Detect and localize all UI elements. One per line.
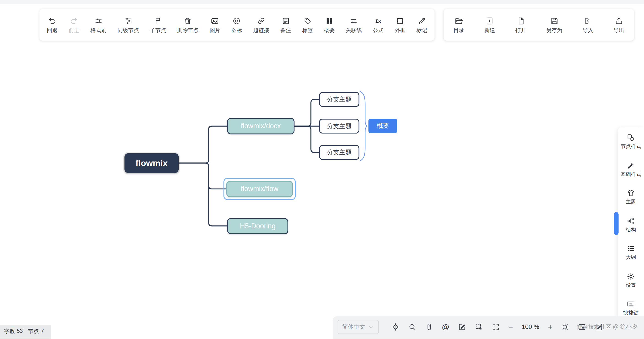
- outer-frame-label: 外框: [394, 28, 405, 33]
- sidebar-item-label: 节点样式: [621, 144, 641, 149]
- relation-line-button[interactable]: 关联线: [346, 17, 362, 33]
- new-file-icon: [486, 17, 494, 25]
- search-icon: [408, 323, 416, 331]
- locate-button[interactable]: [392, 323, 400, 331]
- zoom-out-button[interactable]: −: [508, 323, 513, 331]
- format-painter-button[interactable]: 格式刷: [90, 17, 106, 33]
- word-count-value: 53: [17, 328, 23, 334]
- branch-node-1[interactable]: 分支主题: [319, 92, 359, 107]
- mindmap-connectors: [0, 0, 644, 339]
- app-window: flowmix flowmix/docx flowmix/flow H5-Doo…: [0, 0, 644, 339]
- node-flowmix-docx[interactable]: flowmix/docx: [227, 118, 294, 134]
- locate-icon: [392, 323, 400, 331]
- sidebar-item-label: 基础样式: [621, 172, 641, 176]
- sidebar-item-base-style[interactable]: 基础样式: [618, 155, 644, 183]
- redo-button[interactable]: 前进: [69, 17, 80, 33]
- image-icon: [211, 17, 219, 25]
- formula-button[interactable]: Σx 公式: [373, 17, 384, 33]
- chevron-down-icon: [368, 324, 374, 330]
- sibling-node-icon: [124, 17, 132, 25]
- fit-screen-button[interactable]: [492, 323, 500, 331]
- svg-text:Σx: Σx: [375, 18, 381, 24]
- new-label: 新建: [484, 28, 495, 33]
- redo-icon: [70, 17, 78, 25]
- language-value: 简体中文: [342, 323, 365, 330]
- appearance-button[interactable]: [561, 323, 570, 331]
- select-area-icon: [474, 323, 483, 331]
- right-sidebar: 节点样式 基础样式 主题 结构 大纲 设置 快捷键: [618, 127, 644, 322]
- image-label: 图片: [210, 28, 220, 33]
- main-toolbar: 回退 前进 格式刷 同级节点 子节点 删除节点 图片 图标: [40, 9, 434, 40]
- settings-icon: [627, 272, 635, 280]
- minimap-icon: [578, 323, 586, 331]
- format-painter-label: 格式刷: [90, 28, 106, 33]
- top-strip: [0, 0, 644, 4]
- mouse-mode-button[interactable]: [425, 323, 433, 331]
- bottom-toolbar: 简体中文 @ − 100 % +: [333, 316, 644, 339]
- undo-label: 回退: [47, 28, 58, 33]
- tag-icon: [304, 17, 312, 25]
- mark-button[interactable]: 标记: [416, 17, 427, 33]
- sibling-node-button[interactable]: 同级节点: [118, 17, 139, 33]
- node-h5-dooring[interactable]: H5-Dooring: [227, 218, 288, 234]
- sidebar-item-theme[interactable]: 主题: [618, 183, 644, 210]
- open-file-icon: [517, 17, 525, 25]
- sidebar-item-label: 主题: [626, 199, 636, 204]
- outline-icon: [627, 244, 635, 253]
- zoom-in-button[interactable]: +: [548, 323, 552, 331]
- note-icon: [282, 17, 290, 25]
- search-button[interactable]: [408, 323, 416, 331]
- directory-button[interactable]: 目录: [454, 17, 464, 33]
- delete-node-button[interactable]: 删除节点: [177, 17, 198, 33]
- relation-line-icon: [350, 17, 358, 25]
- delete-node-label: 删除节点: [177, 28, 198, 33]
- summary-node[interactable]: 概要: [368, 119, 397, 133]
- formula-label: 公式: [373, 28, 384, 33]
- branch-node-2[interactable]: 分支主题: [319, 119, 359, 134]
- mindmap-root-node[interactable]: flowmix: [124, 153, 179, 173]
- import-label: 导入: [582, 28, 594, 33]
- mention-button[interactable]: @: [442, 323, 449, 330]
- node-flowmix-flow[interactable]: flowmix/flow: [226, 181, 293, 197]
- edit-square-icon: [458, 323, 466, 331]
- note-button[interactable]: 备注: [280, 17, 291, 33]
- save-as-button[interactable]: 另存为: [546, 17, 562, 33]
- undo-button[interactable]: 回退: [47, 17, 58, 33]
- image-button[interactable]: 图片: [210, 17, 220, 33]
- note-label: 备注: [280, 28, 291, 33]
- structure-icon: [627, 217, 635, 225]
- import-button[interactable]: 导入: [582, 17, 594, 33]
- open-button[interactable]: 打开: [515, 17, 526, 33]
- child-node-button[interactable]: 子节点: [150, 17, 166, 33]
- base-style-icon: [627, 161, 635, 170]
- annotate-button[interactable]: [458, 323, 466, 331]
- undo-icon: [48, 17, 56, 25]
- language-select[interactable]: 简体中文: [338, 320, 378, 334]
- hyperlink-button[interactable]: 超链接: [253, 17, 269, 33]
- outer-frame-icon: [396, 17, 404, 25]
- outer-frame-button[interactable]: 外框: [394, 17, 405, 33]
- sidebar-item-node-style[interactable]: 节点样式: [618, 127, 644, 155]
- export-button[interactable]: 导出: [614, 17, 624, 33]
- sidebar-item-label: 快捷键: [623, 310, 638, 315]
- tag-button[interactable]: 标签: [302, 17, 313, 33]
- redo-label: 前进: [69, 28, 80, 33]
- import-icon: [584, 17, 592, 25]
- new-button[interactable]: 新建: [484, 17, 495, 33]
- summary-button[interactable]: 概要: [324, 17, 334, 33]
- sidebar-item-settings[interactable]: 设置: [618, 266, 644, 294]
- watermark-button[interactable]: [595, 323, 603, 331]
- select-area-button[interactable]: [474, 323, 483, 331]
- minimap-button[interactable]: [578, 323, 586, 331]
- zoom-level: 100 %: [522, 323, 539, 330]
- node-count-value: 7: [41, 328, 44, 334]
- sidebar-item-label: 结构: [626, 227, 636, 232]
- formula-icon: Σx: [374, 17, 382, 25]
- branch-node-3[interactable]: 分支主题: [319, 145, 359, 160]
- hyperlink-icon: [257, 17, 266, 25]
- sidebar-item-structure[interactable]: 结构: [618, 210, 644, 238]
- emoji-icon: [233, 17, 241, 25]
- icon-library-button[interactable]: 图标: [231, 17, 242, 33]
- sidebar-item-outline[interactable]: 大纲: [618, 238, 644, 266]
- active-sidebar-indicator: [614, 212, 618, 235]
